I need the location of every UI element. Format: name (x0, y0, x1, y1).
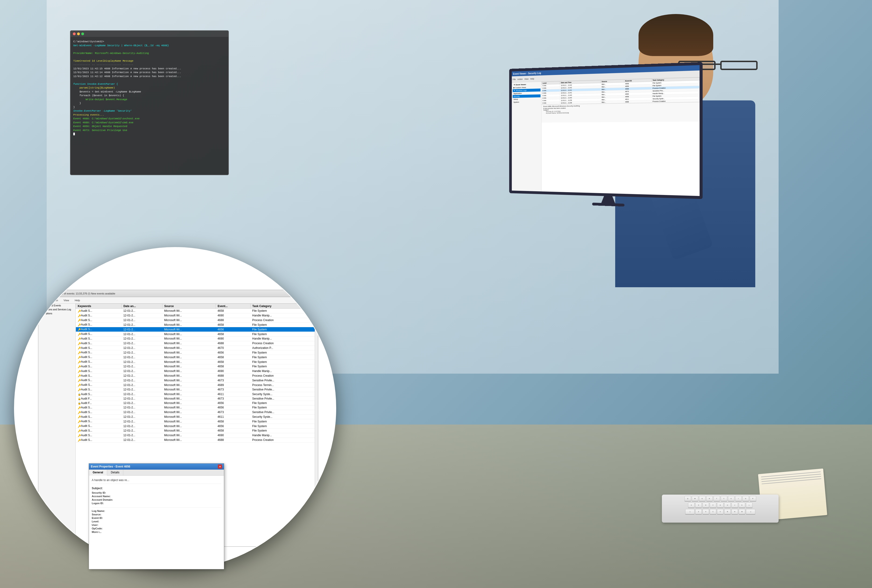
ev-table-row[interactable]: Audit S... 12-01-2... Microsoft Wi... 46… (76, 364, 315, 369)
ev-scrollbar-thumb[interactable] (315, 312, 318, 326)
terminal-maximize-btn[interactable] (81, 33, 84, 35)
key-z[interactable]: Z (695, 509, 702, 514)
ev-table-row[interactable]: Audit S... 12-01-2... Microsoft Wi... 46… (76, 419, 315, 424)
key-h[interactable]: H (724, 502, 731, 508)
monitor-sidebar-system[interactable]: System (513, 100, 541, 104)
dialog-tab-details[interactable]: Details (107, 470, 123, 476)
ev-table-row-selected[interactable]: Audit S... 12-01-2... Microsoft Wi... 46… (76, 327, 315, 332)
ev-nav-vded-events[interactable]: ▶ 📁 vded Events (38, 304, 75, 308)
ev-table-row[interactable]: Audit S... 12-01-2... Microsoft Wi... 46… (76, 350, 315, 355)
ev-table-row[interactable]: Audit S... 12-01-2... Microsoft Wi... 46… (76, 438, 315, 442)
ev-table-row[interactable]: Audit S... 12-01-2... Microsoft Wi... 46… (76, 429, 315, 433)
key-a[interactable]: A (688, 502, 695, 508)
dialog-title: Event Properties - Event 4656 (91, 465, 130, 468)
ev-nav-options[interactable]: 📋 ptions (38, 312, 75, 315)
key-f[interactable]: F (710, 502, 716, 508)
monitor-menu-file[interactable]: File (513, 78, 516, 80)
ev-table-row[interactable]: Audit S... 12-01-2... Microsoft Wi... 46… (76, 346, 315, 350)
ev-table-row[interactable]: Audit S... 12-01-2... Microsoft Wi... 46… (76, 374, 315, 378)
ev-col-category[interactable]: Task Category (250, 304, 315, 309)
dialog-info-label: User: (92, 524, 113, 526)
key-p[interactable]: P (750, 496, 756, 501)
key-e[interactable]: E (699, 496, 706, 501)
dialog-tab-general[interactable]: General (89, 470, 107, 476)
key-j[interactable]: J (731, 502, 738, 508)
ev-cell-category: Handle Manip... (250, 369, 315, 374)
ev-table-row[interactable]: Audit S... 12-01-2... Microsoft Wi... 46… (76, 332, 315, 336)
ev-col-date[interactable]: Date an... (121, 304, 162, 309)
ev-cell-date: 12-01-2... (121, 355, 162, 360)
key-x[interactable]: X (703, 509, 709, 514)
key-i[interactable]: I (735, 496, 742, 501)
ev-cell-keyword: Audit S... (76, 419, 121, 424)
key-g[interactable]: G (717, 502, 724, 508)
ev-table-row[interactable]: Audit S... 12-01-2... Microsoft Wi... 46… (76, 309, 315, 314)
ev-menu-help[interactable]: Help (73, 298, 81, 302)
ev-table-row[interactable]: Audit S... 12-01-2... Microsoft Wi... 46… (76, 410, 315, 414)
key-n[interactable]: N (731, 509, 738, 514)
monitor-menu-action[interactable]: Action (517, 78, 523, 80)
key-l[interactable]: L (746, 502, 752, 508)
key-k[interactable]: K (739, 502, 745, 508)
key-v[interactable]: V (717, 509, 724, 514)
ev-cell-category: Handle Manip... (250, 433, 315, 438)
monitor-stand (601, 196, 615, 203)
ev-table-row[interactable]: Audit S... 12-01-2... Microsoft Wi... 46… (76, 369, 315, 374)
ev-scrollbar-down[interactable]: ▼ (315, 543, 318, 546)
key-s[interactable]: S (695, 502, 702, 508)
terminal-minimize-btn[interactable] (77, 33, 80, 35)
ev-table-row[interactable]: Audit S... 12-01-2... Microsoft Wi... 46… (76, 322, 315, 327)
dialog-field-security-id: Security ID: (92, 491, 221, 494)
ev-table-row[interactable]: Audit S... 12-01-2... Microsoft Wi... 46… (76, 383, 315, 387)
key-icon (78, 424, 81, 428)
key-w[interactable]: W (692, 496, 698, 501)
ev-table-row[interactable]: Audit S... 12-01-2... Microsoft Wi... 46… (76, 355, 315, 360)
ev-table-row[interactable]: Audit S... 12-01-2... Microsoft Wi... 46… (76, 341, 315, 346)
ev-scrollbar-up[interactable]: ▲ (315, 304, 318, 307)
key-o[interactable]: O (742, 496, 749, 501)
key-icon (78, 351, 81, 354)
key-y[interactable]: Y (721, 496, 727, 501)
ev-table-row[interactable]: Audit F... 12-01-2... Microsoft Wi... 46… (76, 396, 315, 401)
ev-table-row[interactable]: Audit S... 12-01-2... Microsoft Wi... 46… (76, 313, 315, 318)
key-u[interactable]: U (728, 496, 734, 501)
ev-menu-action[interactable]: Action (49, 298, 60, 302)
monitor-menu-help[interactable]: Help (530, 78, 534, 80)
ev-table-row[interactable]: Audit S... 12-01-2... Microsoft Wi... 46… (76, 378, 315, 383)
ev-table-row[interactable]: Audit S... 12-01-2... Microsoft Wi... 46… (76, 414, 315, 419)
ev-cell-date: 12-01-2... (121, 341, 162, 346)
ev-table-row[interactable]: Audit S... 12-01-2... Microsoft Wi... 46… (76, 424, 315, 429)
ev-nav-services[interactable]: ▶ 📁 ions and Services Log (38, 308, 75, 312)
key-shift-right[interactable]: ⇧ (746, 509, 755, 514)
ev-table-row[interactable]: Audit S... 12-01-2... Microsoft Wi... 46… (76, 336, 315, 341)
ev-table-row[interactable]: Audit S... 12-01-2... Microsoft Wi... 46… (76, 318, 315, 322)
key-r[interactable]: R (706, 496, 713, 501)
ev-nav-label: ptions (46, 312, 52, 315)
key-icon (78, 309, 81, 313)
key-c[interactable]: C (710, 509, 716, 514)
ev-cell-keyword: Audit S... (76, 309, 121, 314)
ev-table-row[interactable]: Audit S... 12-01-2... Microsoft Wi... 46… (76, 433, 315, 438)
ev-header: Security Number of events: 13,55,376 (!)… (38, 290, 318, 297)
key-q[interactable]: Q (685, 496, 691, 501)
ev-table-row[interactable]: Audit S... 12-01-2... Microsoft Wi... 46… (76, 360, 315, 364)
key-t[interactable]: T (713, 496, 720, 501)
ev-menu-view[interactable]: View (62, 298, 70, 302)
terminal-line: Event 4688: C:\Windows\System32\cmd.exe (73, 121, 226, 125)
terminal-close-btn[interactable] (73, 33, 76, 35)
key-shift[interactable]: ⇧ (685, 509, 695, 514)
ev-col-event[interactable]: Event... (216, 304, 250, 309)
ev-table-row[interactable]: Audit S... 12-01-2... Microsoft Wi... 46… (76, 392, 315, 396)
ev-col-keywords[interactable]: Keywords (76, 304, 121, 309)
monitor-menu-view[interactable]: View (524, 78, 529, 80)
dialog-close-button[interactable]: ✕ (218, 465, 222, 469)
ev-table-row[interactable]: Audit S... 12-01-2... Microsoft Wi... 46… (76, 405, 315, 410)
ev-scrollbar[interactable]: ▲ ▼ (315, 304, 318, 546)
ev-table-row[interactable]: Audit S... 12-01-2... Microsoft Wi... 46… (76, 387, 315, 392)
ev-col-source[interactable]: Source (162, 304, 216, 309)
key-d[interactable]: D (703, 502, 709, 508)
ev-menu-file[interactable]: File (40, 298, 47, 302)
key-b[interactable]: B (724, 509, 731, 514)
key-m[interactable]: M (739, 509, 745, 514)
ev-table-row[interactable]: Audit F... 12-01-2... Microsoft Wi... 46… (76, 401, 315, 405)
